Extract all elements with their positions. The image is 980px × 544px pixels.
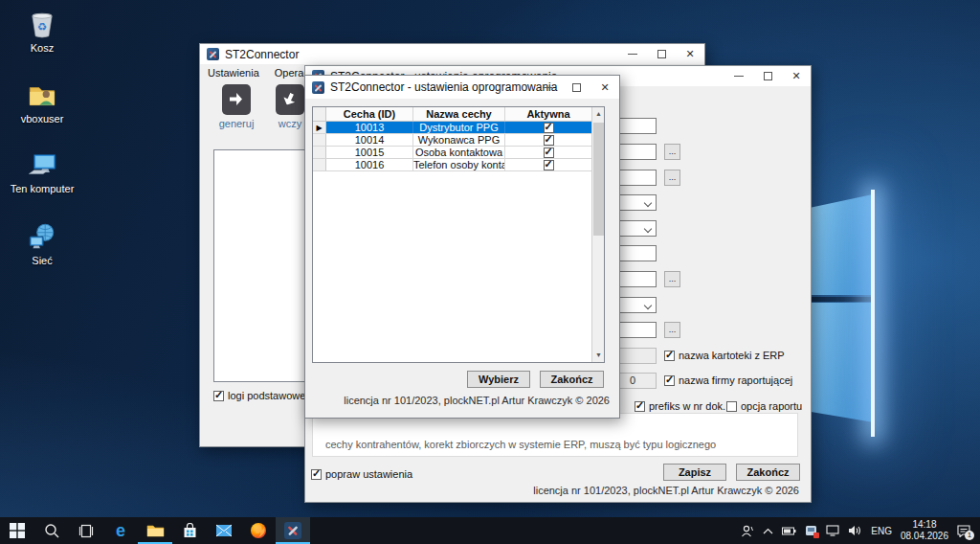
network-icon[interactable] <box>826 525 839 536</box>
desktop-icon-vboxuser[interactable]: vboxuser <box>6 79 78 125</box>
close-button[interactable]: ✕ <box>676 44 704 64</box>
menu-ustawienia[interactable]: Ustawienia <box>200 65 267 80</box>
report-option-checkbox[interactable]: opcja raportu <box>726 400 802 412</box>
checkbox-box[interactable] <box>213 391 224 401</box>
desktop-icon-network[interactable]: Sieć <box>6 220 78 266</box>
table-scrollbar[interactable]: ▲ ▼ <box>591 107 604 362</box>
maximize-button[interactable] <box>753 66 782 86</box>
file-explorer-button[interactable] <box>138 517 172 544</box>
browse-button[interactable]: ... <box>664 144 680 160</box>
notification-badge: 1 <box>965 531 974 540</box>
computer-icon <box>25 148 59 181</box>
browse-button[interactable]: ... <box>664 170 680 186</box>
browse-button[interactable]: ... <box>664 322 680 338</box>
maximize-button[interactable] <box>562 76 590 99</box>
status-text: cechy kontrahentów, korekt zbiorczych w … <box>325 439 716 450</box>
desktop-icon-recycle-bin[interactable]: ♻ Kosz <box>6 8 78 54</box>
action-center-icon[interactable]: 1 <box>957 525 970 537</box>
edge-button[interactable]: e <box>103 517 138 544</box>
checkbox-label: logi podstawowe <box>228 390 305 401</box>
feature-dialog: ST2Connector - ustawienia oprogramowania… <box>304 75 620 419</box>
minimize-button[interactable] <box>618 44 647 64</box>
network-icon <box>26 220 58 253</box>
svg-text:♻: ♻ <box>37 20 47 33</box>
active-checkbox[interactable] <box>544 135 554 146</box>
checkbox-box[interactable] <box>664 375 675 386</box>
st2connector-taskbar-button[interactable] <box>276 517 310 544</box>
system-tray: ENG 14:18 08.04.2026 1 <box>741 517 980 544</box>
erp-card-name-checkbox[interactable]: nazwa kartoteki z ERP <box>664 350 785 361</box>
firefox-icon <box>250 522 267 539</box>
volume-icon[interactable] <box>848 525 862 536</box>
browse-button[interactable]: ... <box>664 271 680 287</box>
mail-icon <box>215 524 233 537</box>
checkbox-label: nazwa firmy raportującej <box>679 374 792 386</box>
active-checkbox[interactable] <box>544 147 554 158</box>
checkbox-box[interactable] <box>635 401 645 412</box>
minimize-button[interactable] <box>533 76 562 99</box>
table-row[interactable]: 10015 Osoba kontaktowa <box>313 147 604 159</box>
dialog-close-button[interactable]: Zakończ <box>540 371 604 388</box>
folder-icon <box>146 523 165 538</box>
task-view-button[interactable] <box>69 517 103 544</box>
tray-time: 14:18 <box>901 519 948 531</box>
desktop-icon-label: Sieć <box>6 255 78 266</box>
alert-badge <box>813 533 819 538</box>
select-button[interactable]: Wybierz <box>467 371 530 388</box>
checkbox-box[interactable] <box>726 401 737 412</box>
active-checkbox[interactable] <box>544 123 554 133</box>
desktop-icon-label: Kosz <box>6 42 78 54</box>
search-button[interactable] <box>34 517 69 544</box>
tray-date: 08.04.2026 <box>901 531 948 542</box>
task-view-icon <box>78 524 95 538</box>
clock[interactable]: 14:18 08.04.2026 <box>901 519 948 542</box>
language-indicator[interactable]: ENG <box>871 526 892 536</box>
table-row[interactable]: 10014 Wykonawca PPG <box>313 134 604 147</box>
people-icon[interactable] <box>741 525 754 537</box>
table-row[interactable]: 10016 Telefon osoby kontaktowej <box>313 159 604 171</box>
row-selector-arrow-icon: ▶ <box>313 122 326 133</box>
virtualbox-tray-icon[interactable] <box>805 525 817 536</box>
taskbar: e <box>0 517 980 544</box>
scroll-up-icon[interactable]: ▲ <box>592 107 605 121</box>
checkbox-label: opcja raportu <box>741 400 802 412</box>
fix-settings-checkbox[interactable]: popraw ustawienia <box>311 468 412 480</box>
chevron-up-icon[interactable] <box>763 528 773 534</box>
checkbox-box[interactable] <box>311 469 322 480</box>
mail-button[interactable] <box>207 517 241 544</box>
prefix-checkbox[interactable]: prefiks w nr dok. <box>635 400 725 412</box>
checkbox-box[interactable] <box>664 351 675 361</box>
features-table: Cecha (ID) Nazwa cechy Aktywna ▶ 10013 D… <box>312 106 605 363</box>
desktop: ♻ Kosz vboxuser Ten komputer Sieć <box>0 0 980 544</box>
active-checkbox[interactable] <box>544 160 554 170</box>
app-icon <box>207 48 219 60</box>
close-button[interactable]: ✕ <box>782 66 811 86</box>
scrollbar-thumb[interactable] <box>593 123 604 236</box>
generate-tool-button[interactable]: generuj <box>212 84 261 129</box>
settings-window-controls: ✕ <box>724 66 811 86</box>
chevron-down-icon <box>644 225 652 233</box>
close-button[interactable]: ✕ <box>590 76 619 99</box>
firefox-button[interactable] <box>241 517 276 544</box>
reporting-company-checkbox[interactable]: nazwa firmy raportującej <box>664 374 792 386</box>
basic-logs-checkbox[interactable]: logi podstawowe <box>213 390 305 401</box>
scroll-down-icon[interactable]: ▼ <box>592 349 605 362</box>
desktop-icon-this-pc[interactable]: Ten komputer <box>6 148 78 194</box>
recycle-bin-icon: ♻ <box>26 8 58 40</box>
start-button[interactable] <box>0 517 34 544</box>
main-window-controls: ✕ <box>618 44 704 64</box>
chevron-down-icon <box>644 302 652 309</box>
col-header-name[interactable]: Nazwa cechy <box>413 107 505 121</box>
minimize-button[interactable] <box>724 66 753 86</box>
store-button[interactable] <box>172 517 207 544</box>
col-header-active[interactable]: Aktywna <box>505 107 592 121</box>
search-icon <box>44 523 60 539</box>
table-row[interactable]: ▶ 10013 Dystrybutor PPG <box>313 122 604 134</box>
maximize-button[interactable] <box>647 44 676 64</box>
user-folder-icon <box>26 79 58 111</box>
settings-close-button[interactable]: Zakończ <box>736 464 800 481</box>
license-text: licencja nr 101/2023, plockNET.pl Artur … <box>344 395 610 406</box>
battery-icon[interactable] <box>782 527 796 535</box>
save-button[interactable]: Zapisz <box>663 464 726 481</box>
col-header-id[interactable]: Cecha (ID) <box>326 107 413 121</box>
